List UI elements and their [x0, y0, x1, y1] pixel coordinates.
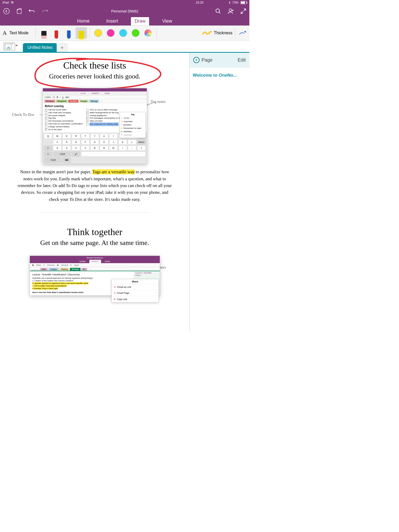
hero-subtitle: Groceries never looked this good.	[8, 72, 182, 80]
app-titlebar: Personal (Web)	[0, 5, 249, 17]
shot-nb-name: Student Notebook	[86, 257, 103, 259]
add-page-label: Page	[202, 57, 212, 63]
text-mode-icon: A	[3, 30, 7, 36]
chevron-down-icon	[15, 45, 18, 48]
tab-insert[interactable]: Insert	[103, 17, 122, 25]
color-pink[interactable]	[105, 27, 116, 39]
separator	[156, 28, 157, 38]
tab-home[interactable]: Home	[74, 17, 93, 25]
shot-tab: HOME	[77, 260, 88, 263]
highlighted-text: Tags are a versatile way	[92, 169, 135, 174]
wifi-icon	[10, 1, 14, 4]
body-paragraph-tags: Notes in the margin aren't just for pape…	[16, 169, 174, 203]
highlighter-yellow[interactable]	[76, 27, 87, 39]
shot-tag-panel: Tag ✓To Do ★Important ?Question ARemembe…	[120, 112, 146, 138]
redo-icon[interactable]	[42, 9, 48, 14]
shot-section: Research	[56, 100, 68, 103]
annotation-check-todos: Check To Dos	[12, 112, 34, 117]
ink-to-shape-icon[interactable]	[239, 30, 247, 36]
notebook-title[interactable]: Personal (Web)	[111, 9, 138, 14]
color-cyan[interactable]	[117, 27, 129, 39]
page-list-item[interactable]: Welcome to OneNo...	[193, 71, 246, 80]
color-wheel[interactable]	[142, 27, 154, 39]
page-canvas[interactable]: Check these lists Groceries never looked…	[0, 53, 190, 332]
thickness-label: Thickness	[214, 31, 232, 35]
draw-ribbon: A Text Mode Thickness	[0, 26, 249, 41]
separator	[90, 28, 90, 38]
shot-section: Budget	[79, 100, 89, 103]
open-note-icon[interactable]	[16, 8, 22, 14]
tab-view[interactable]: View	[158, 17, 176, 25]
fullscreen-icon[interactable]	[241, 8, 246, 14]
shot-section: Reviews	[44, 100, 55, 103]
shot-tab: HOME	[78, 92, 88, 95]
shot-font: Calibri	[44, 96, 51, 98]
notebook-picker[interactable]	[4, 43, 15, 50]
shot-tab: VIEW	[103, 260, 112, 263]
svg-point-0	[12, 3, 12, 4]
separator	[235, 28, 235, 38]
shot-section: To-Do's	[68, 100, 78, 103]
pen-blue[interactable]	[63, 27, 75, 39]
hero-title: Check these lists	[8, 60, 182, 71]
thickness-icon	[202, 31, 212, 35]
eraser-tool[interactable]	[38, 27, 50, 39]
shot-tab: INSERT	[90, 92, 101, 95]
shot-heading: Before Leaving	[45, 105, 145, 108]
svg-point-3	[216, 9, 220, 12]
hero-subtitle: Get on the same page. At the same time.	[8, 239, 182, 247]
separator	[35, 28, 36, 38]
page-list-panel: + Page Edit Welcome to OneNo...	[190, 53, 249, 332]
battery-percent: 73%	[232, 1, 238, 4]
section-tab-bar: Unfiled Notes +	[0, 41, 249, 53]
add-page-button[interactable]: + Page	[193, 57, 212, 63]
svg-point-1	[4, 8, 9, 14]
text-mode-label: Text Mode	[9, 31, 29, 35]
svg-point-4	[229, 9, 232, 11]
undo-icon[interactable]	[29, 9, 35, 14]
divider	[40, 212, 149, 212]
tab-draw[interactable]: Draw	[131, 17, 149, 25]
shot-lecture-title: Lecture: "Scientific Classification" (Ta…	[32, 273, 131, 276]
pen-red[interactable]	[51, 27, 62, 39]
shot-tab: VIEW	[103, 92, 111, 95]
shot-tab: INSERT	[89, 260, 101, 263]
search-icon[interactable]	[215, 8, 221, 14]
battery-icon	[241, 1, 247, 4]
section-hero-think: Think together Get on the same page. At …	[8, 227, 182, 247]
share-person-icon[interactable]	[228, 8, 234, 14]
shot-share-panel: Share ✉Email as Link› ✉Email Page› ⧉Copy…	[111, 279, 159, 303]
add-section-button[interactable]: +	[57, 43, 68, 52]
ios-status-bar: iPad 15:20 73%	[0, 0, 249, 5]
color-yellow[interactable]	[92, 27, 104, 39]
device-label: iPad	[3, 1, 9, 4]
embedded-screenshot-share: Student Notebook HOME INSERT VIEW ▦Table…	[30, 256, 160, 296]
text-mode-button[interactable]: A Text Mode	[3, 30, 31, 36]
edit-pages-button[interactable]: Edit	[238, 57, 246, 63]
ribbon-tabs: Home Insert Draw View	[0, 17, 249, 26]
shot-section: Biology	[89, 100, 99, 103]
section-hero-lists: Check these lists Groceries never looked…	[8, 60, 182, 80]
clock: 15:20	[196, 1, 203, 4]
back-icon[interactable]	[3, 8, 10, 15]
bluetooth-icon	[229, 1, 231, 4]
svg-rect-5	[5, 44, 11, 49]
color-green[interactable]	[130, 27, 141, 39]
shot-fontsize: 11	[52, 96, 55, 98]
hero-title: Think together	[8, 227, 182, 237]
plus-circle-icon: +	[193, 57, 200, 63]
section-tab-unfiled[interactable]: Unfiled Notes	[23, 43, 57, 52]
embedded-screenshot-tags: HOME INSERT VIEW Calibri 11 BIUabc Revie…	[43, 88, 147, 164]
thickness-button[interactable]: Thickness	[202, 31, 232, 35]
